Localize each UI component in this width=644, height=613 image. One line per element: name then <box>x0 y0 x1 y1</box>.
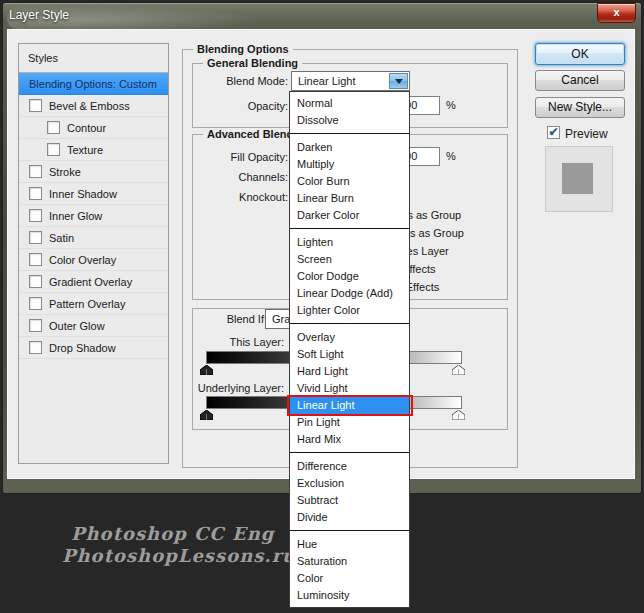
checkmark-icon: ✔ <box>548 125 558 139</box>
sidebar-item-stroke[interactable]: Stroke <box>19 161 168 183</box>
new-style-button[interactable]: New Style... <box>535 97 625 118</box>
sidebar-item-gradient-overlay[interactable]: Gradient Overlay <box>19 271 168 293</box>
sidebar-item-pattern-overlay[interactable]: Pattern Overlay <box>19 293 168 315</box>
dropdown-separator <box>290 228 409 229</box>
blend-mode-option-screen[interactable]: Screen <box>290 251 409 268</box>
sidebar-item-label: Inner Glow <box>49 210 102 222</box>
styles-list: Blending Options: Custom Bevel & EmbossC… <box>19 73 168 359</box>
checkbox-icon[interactable] <box>47 121 60 134</box>
blending-options-title: Blending Options <box>193 43 293 55</box>
checkbox-icon[interactable] <box>29 187 42 200</box>
this-layer-black-slider[interactable] <box>200 365 213 375</box>
sidebar-item-label: Bevel & Emboss <box>49 100 130 112</box>
checkbox-icon[interactable] <box>29 319 42 332</box>
preview-checkbox[interactable]: ✔ <box>547 126 560 139</box>
blend-mode-option-saturation[interactable]: Saturation <box>290 553 409 570</box>
styles-panel: Styles Blending Options: Custom Bevel & … <box>18 43 169 464</box>
blend-mode-option-vivid-light[interactable]: Vivid Light <box>290 380 409 397</box>
blend-mode-option-linear-light[interactable]: Linear Light <box>290 397 409 414</box>
blend-mode-option-linear-burn[interactable]: Linear Burn <box>290 190 409 207</box>
underlying-layer-white-slider[interactable] <box>452 410 465 420</box>
blend-mode-option-subtract[interactable]: Subtract <box>290 492 409 509</box>
dialog-title: Layer Style <box>9 8 69 22</box>
blend-mode-option-color[interactable]: Color <box>290 570 409 587</box>
blend-mode-option-hue[interactable]: Hue <box>290 536 409 553</box>
checkbox-icon[interactable] <box>29 253 42 266</box>
cancel-button[interactable]: Cancel <box>535 70 625 91</box>
blend-mode-option-linear-dodge-add[interactable]: Linear Dodge (Add) <box>290 285 409 302</box>
checkbox-icon[interactable] <box>29 99 42 112</box>
blend-mode-option-normal[interactable]: Normal <box>290 95 409 112</box>
chevron-down-icon[interactable] <box>389 73 408 89</box>
blend-mode-option-color-dodge[interactable]: Color Dodge <box>290 268 409 285</box>
sidebar-item-drop-shadow[interactable]: Drop Shadow <box>19 337 168 359</box>
sidebar-item-label: Contour <box>67 122 106 134</box>
blend-mode-option-lighter-color[interactable]: Lighter Color <box>290 302 409 319</box>
sidebar-item-contour[interactable]: Contour <box>19 117 168 139</box>
opacity-percent: % <box>446 99 456 111</box>
this-layer-white-slider[interactable] <box>452 365 465 375</box>
sidebar-item-label: Satin <box>49 232 74 244</box>
checkbox-icon[interactable] <box>29 165 42 178</box>
blend-mode-option-color-burn[interactable]: Color Burn <box>290 173 409 190</box>
this-layer-label: This Layer: <box>184 336 284 348</box>
sidebar-item-label: Gradient Overlay <box>49 276 132 288</box>
blend-mode-option-hard-light[interactable]: Hard Light <box>290 363 409 380</box>
blend-mode-label: Blend Mode: <box>188 75 288 87</box>
blend-mode-option-exclusion[interactable]: Exclusion <box>290 475 409 492</box>
underlying-layer-black-slider[interactable] <box>200 410 213 420</box>
dropdown-separator <box>290 530 409 531</box>
sidebar-item-inner-glow[interactable]: Inner Glow <box>19 205 168 227</box>
style-preview-swatch <box>562 163 593 194</box>
sidebar-item-blending-options[interactable]: Blending Options: Custom <box>19 73 168 95</box>
checkbox-icon[interactable] <box>47 143 60 156</box>
sidebar-item-label: Drop Shadow <box>49 342 116 354</box>
blend-if-label: Blend If: <box>167 313 267 325</box>
close-button[interactable]: x <box>597 3 636 23</box>
sidebar-item-label: Pattern Overlay <box>49 298 125 310</box>
watermark-line1: Photoshop CC Eng <box>71 523 274 544</box>
checkbox-icon[interactable] <box>29 231 42 244</box>
blend-mode-option-multiply[interactable]: Multiply <box>290 156 409 173</box>
sidebar-item-satin[interactable]: Satin <box>19 227 168 249</box>
checkbox-icon[interactable] <box>29 275 42 288</box>
sidebar-item-bevel-emboss[interactable]: Bevel & Emboss <box>19 95 168 117</box>
styles-panel-header: Styles <box>19 44 168 73</box>
blend-mode-option-darker-color[interactable]: Darker Color <box>290 207 409 224</box>
sidebar-item-texture[interactable]: Texture <box>19 139 168 161</box>
blend-mode-option-divide[interactable]: Divide <box>290 509 409 526</box>
blend-mode-option-luminosity[interactable]: Luminosity <box>290 587 409 604</box>
blend-mode-option-soft-light[interactable]: Soft Light <box>290 346 409 363</box>
blend-mode-option-dissolve[interactable]: Dissolve <box>290 112 409 129</box>
sidebar-item-outer-glow[interactable]: Outer Glow <box>19 315 168 337</box>
close-icon: x <box>613 6 619 18</box>
preview-label: Preview <box>565 127 608 141</box>
blend-mode-option-pin-light[interactable]: Pin Light <box>290 414 409 431</box>
sidebar-item-label: Outer Glow <box>49 320 105 332</box>
screenshot-stage: Layer Style x Styles Blending Options: C… <box>0 0 644 613</box>
sidebar-item-color-overlay[interactable]: Color Overlay <box>19 249 168 271</box>
blend-mode-option-difference[interactable]: Difference <box>290 458 409 475</box>
underlying-layer-label: Underlying Layer: <box>184 382 284 394</box>
watermark-line2: PhotoshopLessons.ru <box>62 545 296 566</box>
blend-mode-dropdown: NormalDissolveDarkenMultiplyColor BurnLi… <box>289 91 410 608</box>
dropdown-separator <box>290 452 409 453</box>
fill-opacity-percent: % <box>446 150 456 162</box>
dropdown-separator <box>290 323 409 324</box>
blend-mode-value: Linear Light <box>298 75 356 87</box>
blend-mode-option-lighten[interactable]: Lighten <box>290 234 409 251</box>
checkbox-icon[interactable] <box>29 297 42 310</box>
blend-mode-option-hard-mix[interactable]: Hard Mix <box>290 431 409 448</box>
red-highlight-annotation <box>287 395 413 416</box>
blend-mode-option-overlay[interactable]: Overlay <box>290 329 409 346</box>
checkbox-icon[interactable] <box>29 209 42 222</box>
blend-mode-option-darken[interactable]: Darken <box>290 139 409 156</box>
sidebar-item-label: Color Overlay <box>49 254 116 266</box>
sidebar-item-inner-shadow[interactable]: Inner Shadow <box>19 183 168 205</box>
sidebar-item-label: Blending Options: Custom <box>29 78 157 90</box>
checkbox-icon[interactable] <box>29 341 42 354</box>
blend-mode-combobox[interactable]: Linear Light <box>291 71 410 91</box>
fill-opacity-label: Fill Opacity: <box>188 151 288 163</box>
ok-button[interactable]: OK <box>535 43 625 65</box>
channels-label: Channels: <box>188 171 288 183</box>
